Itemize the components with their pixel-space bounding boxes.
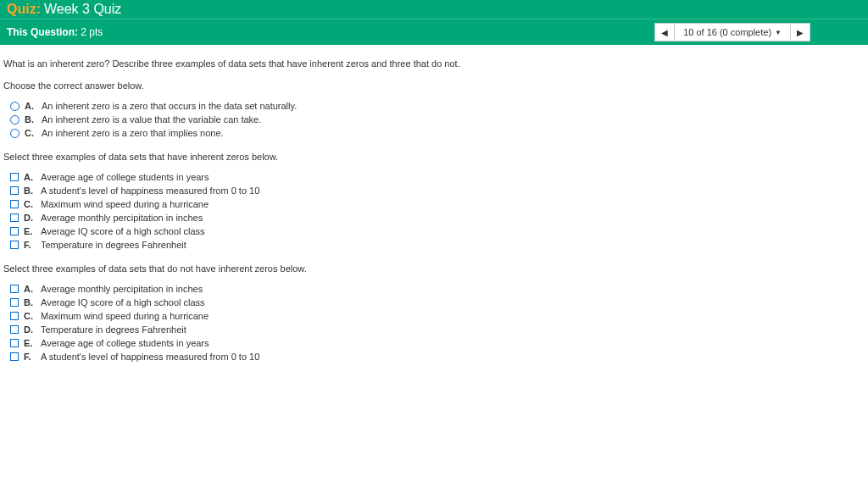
- prev-button[interactable]: ◀: [654, 23, 675, 42]
- instruction-2: Select three examples of data sets that …: [3, 152, 865, 162]
- quiz-label: Quiz:: [7, 2, 41, 17]
- option-text: Average age of college students in years: [41, 338, 209, 348]
- quiz-header: Quiz: Week 3 Quiz: [0, 0, 868, 19]
- option-letter: A.: [24, 172, 36, 182]
- option-row: A.Average monthly percipitation in inche…: [10, 282, 865, 296]
- instruction-3: Select three examples of data sets that …: [3, 263, 865, 274]
- option-row: B.Average IQ score of a high school clas…: [10, 296, 865, 309]
- option-letter: E.: [24, 338, 36, 348]
- checkbox-input[interactable]: [10, 200, 19, 208]
- option-letter: A.: [24, 284, 36, 294]
- option-row: D.Average monthly percipitation in inche…: [10, 211, 865, 224]
- checkbox-input[interactable]: [10, 186, 19, 195]
- option-letter: B.: [24, 186, 36, 196]
- nav-controls: ◀ 10 of 16 (0 complete) ▼ ▶: [654, 23, 810, 42]
- checkbox-input[interactable]: [10, 213, 19, 222]
- checkbox-input[interactable]: [10, 227, 19, 235]
- option-letter: D.: [24, 213, 36, 223]
- option-row: A.An inherent zero is a zero that occurs…: [10, 99, 865, 113]
- option-row: B.A student's level of happiness measure…: [10, 184, 865, 197]
- option-letter: C.: [24, 199, 36, 209]
- option-letter: F.: [24, 240, 36, 250]
- quiz-subheader: This Question: 2 pts ◀ 10 of 16 (0 compl…: [0, 19, 868, 45]
- option-letter: B.: [24, 297, 36, 307]
- option-text: An inherent zero is a value that the var…: [42, 114, 261, 125]
- option-row: D.Temperature in degrees Fahrenheit: [10, 323, 865, 336]
- checkbox-input[interactable]: [10, 339, 19, 347]
- option-row: F.A student's level of happiness measure…: [10, 350, 865, 363]
- checkbox-input[interactable]: [10, 241, 19, 249]
- next-button[interactable]: ▶: [790, 23, 810, 42]
- option-text: A student's level of happiness measured …: [41, 352, 259, 362]
- checkbox-input[interactable]: [10, 298, 19, 307]
- option-row: E.Average IQ score of a high school clas…: [10, 224, 865, 238]
- option-row: C.An inherent zero is a zero that implie…: [10, 126, 865, 140]
- instruction-1: Choose the correct answer below.: [3, 80, 865, 91]
- option-text: Temperature in degrees Fahrenheit: [41, 240, 186, 250]
- quiz-title: Week 3 Quiz: [44, 2, 121, 17]
- option-row: B.An inherent zero is a value that the v…: [10, 113, 865, 126]
- option-letter: F.: [24, 352, 36, 362]
- radio-input[interactable]: [10, 102, 19, 111]
- question-info: This Question: 2 pts: [7, 26, 103, 38]
- option-letter: E.: [24, 226, 36, 236]
- option-row: C.Maximum wind speed during a hurricane: [10, 309, 865, 323]
- option-letter: B.: [25, 114, 36, 125]
- question-content: What is an inherent zero? Describe three…: [0, 45, 868, 389]
- option-text: A student's level of happiness measured …: [41, 186, 259, 196]
- option-row: C.Maximum wind speed during a hurricane: [10, 197, 865, 211]
- option-letter: A.: [25, 101, 36, 111]
- option-text: Average age of college students in years: [41, 172, 209, 182]
- nav-status-text: 10 of 16 (0 complete): [683, 27, 771, 37]
- option-text: Average monthly percipitation in inches: [41, 213, 203, 223]
- checkbox-input[interactable]: [10, 285, 19, 293]
- option-text: Maximum wind speed during a hurricane: [41, 311, 209, 321]
- checkbox-input[interactable]: [10, 352, 19, 361]
- checkbox-input[interactable]: [10, 173, 19, 181]
- nav-status-dropdown[interactable]: 10 of 16 (0 complete) ▼: [675, 23, 790, 42]
- radio-input[interactable]: [10, 115, 19, 125]
- option-text: Temperature in degrees Fahrenheit: [41, 324, 186, 335]
- option-row: F.Temperature in degrees Fahrenheit: [10, 238, 865, 252]
- option-row: E.Average age of college students in yea…: [10, 336, 865, 350]
- chevron-down-icon: ▼: [775, 29, 782, 36]
- question-text: What is an inherent zero? Describe three…: [3, 58, 865, 69]
- radio-group-1: A.An inherent zero is a zero that occurs…: [10, 99, 865, 140]
- option-text: An inherent zero is a zero that implies …: [42, 128, 224, 138]
- checkbox-group-3: A.Average monthly percipitation in inche…: [10, 282, 865, 363]
- checkbox-input[interactable]: [10, 312, 19, 320]
- option-text: Average monthly percipitation in inches: [41, 284, 203, 294]
- option-text: Average IQ score of a high school class: [41, 297, 205, 307]
- option-text: Maximum wind speed during a hurricane: [41, 199, 209, 209]
- option-text: An inherent zero is a zero that occurs i…: [42, 101, 297, 111]
- option-row: A.Average age of college students in yea…: [10, 170, 865, 184]
- option-letter: D.: [24, 324, 36, 335]
- question-points: 2 pts: [81, 26, 103, 38]
- question-label: This Question:: [7, 26, 78, 38]
- checkbox-input[interactable]: [10, 325, 19, 334]
- checkbox-group-2: A.Average age of college students in yea…: [10, 170, 865, 252]
- option-text: Average IQ score of a high school class: [41, 226, 205, 236]
- option-letter: C.: [24, 311, 36, 321]
- option-letter: C.: [25, 128, 36, 138]
- radio-input[interactable]: [10, 129, 19, 138]
